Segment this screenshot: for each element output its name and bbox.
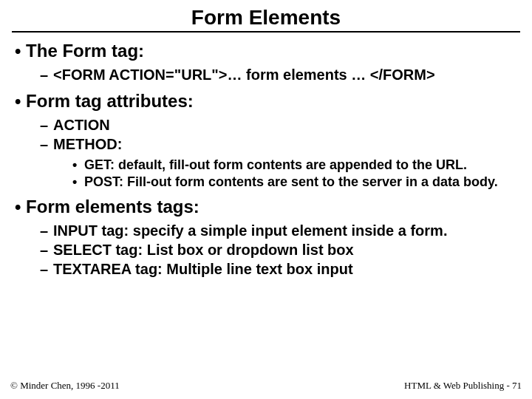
sub2-get: GET: default, fill-out form contents are…	[72, 157, 522, 174]
footer-page: HTML & Web Publishing - 71	[404, 380, 522, 392]
sub-method-label: METHOD:	[53, 136, 122, 152]
sub-select-tag: SELECT tag: List box or dropdown list bo…	[40, 240, 522, 259]
slide-footer: © Minder Chen, 1996 -2011 HTML & Web Pub…	[10, 380, 522, 392]
sub-textarea-tag: TEXTAREA tag: Multiple line text box inp…	[40, 259, 522, 279]
sub-action: ACTION	[40, 115, 522, 134]
slide-title: Form Elements	[10, 6, 522, 31]
bullet-form-attrs: Form tag attributes:	[15, 91, 194, 111]
footer-copyright: © Minder Chen, 1996 -2011	[10, 380, 120, 392]
title-rule	[12, 31, 520, 33]
sub2-post: POST: Fill-out form contents are sent to…	[72, 174, 522, 191]
sub-form-tag-syntax: <FORM ACTION="URL">… form elements … </F…	[40, 65, 522, 84]
bullet-form-elem-tags: Form elements tags:	[15, 197, 200, 216]
sub-input-tag: INPUT tag: specify a simple input elemen…	[40, 221, 522, 240]
sub-method: METHOD: GET: default, fill-out form cont…	[40, 134, 522, 190]
bullet-form-tag: The Form tag:	[15, 41, 144, 61]
slide-content: The Form tag: <FORM ACTION="URL">… form …	[10, 40, 522, 279]
